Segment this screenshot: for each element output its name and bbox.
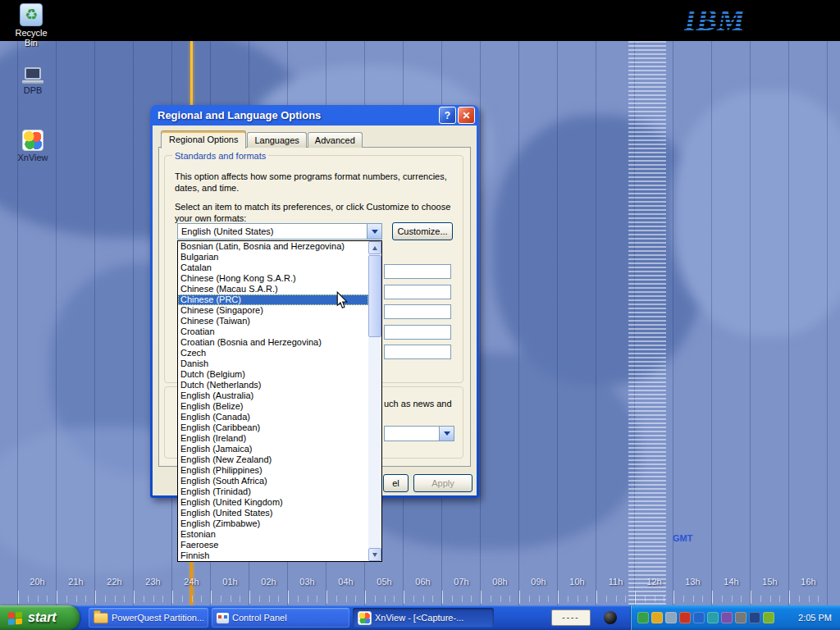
language-option[interactable]: Bulgarian xyxy=(178,252,368,262)
language-option[interactable]: Estonian xyxy=(178,529,368,540)
tray-network-icon[interactable] xyxy=(693,612,705,623)
tray-scanner-icon[interactable] xyxy=(721,612,733,623)
gmt-label: GMT xyxy=(673,533,692,543)
language-option[interactable]: English (New Zealand) xyxy=(178,454,368,465)
dialog-titlebar[interactable]: Regional and Language Options ? ✕ xyxy=(153,105,477,126)
sample-field-fragment xyxy=(384,285,451,299)
language-option[interactable]: English (South Africa) xyxy=(178,476,368,486)
tray-alert-icon[interactable] xyxy=(679,612,691,623)
tray-volume-icon[interactable] xyxy=(735,612,746,623)
language-option[interactable]: Chinese (Taiwan) xyxy=(178,316,368,326)
language-format-value: English (United States) xyxy=(178,226,367,236)
chevron-up-icon xyxy=(372,244,377,250)
customize-button[interactable]: Customize... xyxy=(392,222,453,240)
svg-text:IBM: IBM xyxy=(684,3,746,36)
language-option[interactable]: Croatian (Bosnia and Herzegovina) xyxy=(178,337,368,348)
tray-display-icon[interactable] xyxy=(665,612,677,623)
tab-advanced[interactable]: Advanced xyxy=(308,132,363,148)
close-button[interactable]: ✕ xyxy=(458,107,475,124)
control-panel-icon xyxy=(217,613,229,623)
timezone-label: 22h xyxy=(95,577,134,587)
task-label: Control Panel xyxy=(232,613,287,623)
timezone-label: 03h xyxy=(288,577,326,587)
taskbar-task-powerquest[interactable]: PowerQuest Partition... xyxy=(89,608,208,628)
taskbar-dashes-item[interactable]: ---- xyxy=(551,609,591,626)
tab-regional-options[interactable]: Regional Options xyxy=(161,130,246,148)
timezone-label: 24h xyxy=(172,577,211,587)
tray-messenger-icon[interactable] xyxy=(707,612,719,623)
help-button[interactable]: ? xyxy=(439,107,456,124)
tray-power-icon[interactable] xyxy=(763,612,774,623)
scrollbar-up-button[interactable] xyxy=(368,241,381,254)
language-option[interactable]: English (United Kingdom) xyxy=(178,497,368,508)
language-option[interactable]: English (Zimbabwe) xyxy=(178,518,368,529)
sample-field-fragment xyxy=(384,304,451,319)
language-option[interactable]: Finnish xyxy=(178,550,368,561)
taskbar-task-control-panel[interactable]: Control Panel xyxy=(212,608,349,628)
language-option[interactable]: English (Belize) xyxy=(178,401,368,412)
timezone-label: 15h xyxy=(751,577,789,587)
taskbar-task-xnview[interactable]: XnView - [<Capture-... xyxy=(353,608,494,628)
language-option[interactable]: Danish xyxy=(178,358,368,369)
scrollbar-down-button[interactable] xyxy=(368,548,381,561)
language-option[interactable]: English (United States) xyxy=(178,508,368,518)
timezone-label: 14h xyxy=(712,577,751,587)
language-option[interactable]: Bosnian (Latin, Bosnia and Herzegovina) xyxy=(178,241,368,252)
timezone-label: 05h xyxy=(365,577,404,587)
standards-description: This option affects how some programs fo… xyxy=(175,171,458,194)
language-option[interactable]: Dutch (Netherlands) xyxy=(178,380,368,390)
language-option[interactable]: Croatian xyxy=(178,326,368,337)
language-option[interactable]: English (Caribbean) xyxy=(178,422,368,433)
tab-languages[interactable]: Languages xyxy=(247,132,306,148)
top-black-band: ♻ Recycle Bin IBM xyxy=(0,0,840,41)
scrollbar-thumb[interactable] xyxy=(368,255,381,337)
timezone-label: 13h xyxy=(673,577,712,587)
taskbar-unknown-icon[interactable] xyxy=(604,611,617,624)
language-format-combobox[interactable]: English (United States) xyxy=(177,223,382,240)
language-option[interactable]: English (Trinidad) xyxy=(178,486,368,497)
standards-group-title: Standards and formats xyxy=(172,151,268,161)
language-option[interactable]: Catalan xyxy=(178,262,368,273)
chevron-down-icon xyxy=(444,431,450,439)
language-option[interactable]: English (Philippines) xyxy=(178,465,368,476)
tray-update-icon[interactable] xyxy=(651,612,663,623)
sample-field-fragment xyxy=(384,325,451,340)
language-option[interactable]: English (Jamaica) xyxy=(178,444,368,454)
language-dropdown-list: Bosnian (Latin, Bosnia and Herzegovina)B… xyxy=(177,240,382,562)
recycle-bin-icon[interactable]: ♻ Recycle Bin xyxy=(8,3,54,48)
language-option[interactable]: Faeroese xyxy=(178,540,368,550)
standards-instruction: Select an item to match its preferences,… xyxy=(175,201,458,224)
language-option[interactable]: Czech xyxy=(178,348,368,358)
desktop-icon-xnview-label: XnView xyxy=(10,153,56,162)
language-option[interactable]: English (Canada) xyxy=(178,412,368,422)
tray-antivirus-shield-icon[interactable] xyxy=(637,612,649,623)
language-option[interactable]: English (Australia) xyxy=(178,390,368,401)
timezone-ticks-minor xyxy=(18,596,828,602)
taskbar-clock[interactable]: 2:05 PM xyxy=(798,613,833,623)
location-combobox[interactable] xyxy=(384,426,454,441)
start-button[interactable]: start xyxy=(0,605,80,630)
dialog-title: Regional and Language Options xyxy=(158,109,437,121)
apply-button[interactable]: Apply xyxy=(413,474,472,492)
combobox-dropdown-button[interactable] xyxy=(367,224,381,239)
timezone-label: 21h xyxy=(57,577,95,587)
dialog-body: Regional Options Languages Advanced Stan… xyxy=(153,126,477,495)
desktop-icon-xnview[interactable]: XnView xyxy=(10,130,56,162)
chevron-down-icon xyxy=(372,553,377,559)
task-label: PowerQuest Partition... xyxy=(112,613,203,623)
desktop-icon-dpb[interactable]: DPB xyxy=(10,67,56,95)
system-tray: 2:05 PM xyxy=(630,605,840,630)
sample-field-fragment xyxy=(384,345,451,359)
timezone-label: 23h xyxy=(134,577,172,587)
language-option[interactable]: English (Ireland) xyxy=(178,433,368,444)
language-option[interactable]: Chinese (Hong Kong S.A.R.) xyxy=(178,273,368,284)
tray-keyboard-icon[interactable] xyxy=(749,612,760,623)
start-label: start xyxy=(28,610,57,625)
location-dropdown-button[interactable] xyxy=(439,427,454,441)
mouse-cursor xyxy=(334,291,350,309)
language-option[interactable]: Dutch (Belgium) xyxy=(178,369,368,380)
recycle-icon: ♻ xyxy=(20,3,43,26)
scrollbar-track[interactable] xyxy=(368,241,381,561)
timezone-label: 20h xyxy=(18,577,57,587)
cancel-button-fragment[interactable]: el xyxy=(383,474,409,492)
